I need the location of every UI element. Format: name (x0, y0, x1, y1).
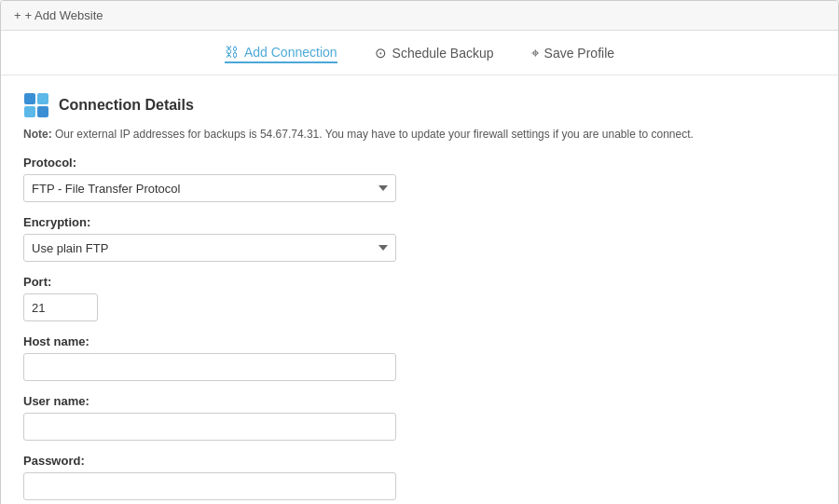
username-group: User name: (23, 394, 816, 441)
main-container: + + Add Website ⛓ Add Connection ⊙ Sched… (0, 0, 839, 504)
note-text: Note: Our external IP addresses for back… (23, 128, 816, 141)
tab-save-profile-label: Save Profile (544, 46, 614, 61)
tab-schedule-backup[interactable]: ⊙ Schedule Backup (375, 45, 494, 63)
content-area: Connection Details Note: Our external IP… (1, 75, 838, 504)
section-header: Connection Details (23, 92, 816, 118)
link-icon: ⛓ (225, 44, 239, 60)
tab-add-connection-label: Add Connection (244, 45, 337, 60)
note-prefix: Note: (23, 128, 52, 141)
port-input[interactable] (23, 293, 98, 321)
protocol-label: Protocol: (23, 156, 816, 170)
username-input[interactable] (23, 413, 396, 441)
svg-rect-3 (37, 106, 48, 117)
plus-icon: + (14, 8, 21, 22)
encryption-label: Encryption: (23, 215, 816, 229)
top-bar: + + Add Website (1, 1, 838, 31)
tab-bar: ⛓ Add Connection ⊙ Schedule Backup ⌖ Sav… (1, 31, 838, 75)
encryption-select[interactable]: Use plain FTP Use implicit FTP over TLS … (23, 234, 396, 262)
encryption-group: Encryption: Use plain FTP Use implicit F… (23, 215, 816, 262)
password-label: Password: (23, 454, 816, 468)
add-website-label: + Add Website (25, 8, 103, 22)
tab-add-connection[interactable]: ⛓ Add Connection (225, 44, 337, 63)
add-website-button[interactable]: + + Add Website (14, 8, 103, 22)
port-group: Port: (23, 275, 816, 321)
hostname-input[interactable] (23, 353, 396, 381)
svg-rect-0 (24, 93, 35, 104)
hostname-group: Host name: (23, 334, 816, 381)
tab-save-profile[interactable]: ⌖ Save Profile (531, 45, 614, 63)
svg-rect-2 (24, 106, 35, 117)
tab-schedule-backup-label: Schedule Backup (392, 46, 494, 61)
section-title: Connection Details (59, 97, 194, 114)
protocol-group: Protocol: FTP - File Transfer Protocol S… (23, 156, 816, 202)
password-group: Password: (23, 454, 816, 500)
port-label: Port: (23, 275, 816, 289)
svg-rect-1 (37, 93, 48, 104)
username-label: User name: (23, 394, 816, 408)
connection-icon (23, 92, 49, 118)
floppy-icon: ⌖ (531, 45, 539, 61)
clock-icon: ⊙ (375, 45, 387, 61)
hostname-label: Host name: (23, 334, 816, 348)
protocol-select[interactable]: FTP - File Transfer Protocol SFTP - SSH … (23, 174, 396, 202)
note-body: Our external IP addresses for backups is… (55, 128, 694, 141)
password-input[interactable] (23, 472, 396, 500)
